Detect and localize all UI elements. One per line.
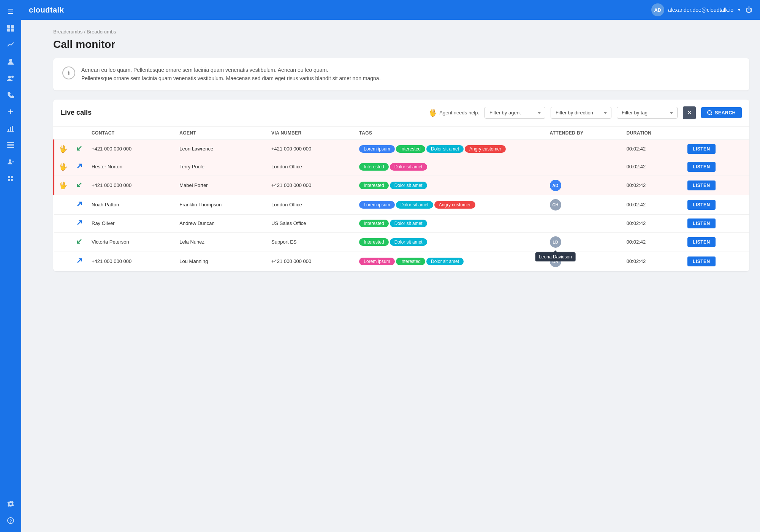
arrow-in-icon: [76, 182, 82, 188]
listen-button[interactable]: LISTEN: [687, 256, 716, 266]
duration-cell: 00:02:42: [622, 252, 683, 271]
attended-by-cell: LDLeona Davidson: [545, 232, 622, 252]
attended-by-cell: [545, 158, 622, 176]
tag: Dolor sit amet: [426, 258, 464, 265]
tag: Interested: [359, 163, 388, 171]
listen-button[interactable]: LISTEN: [687, 200, 716, 210]
action-cell: LISTEN: [683, 158, 749, 176]
alert-cell: 🖐: [54, 176, 72, 195]
topnav: cloudtalk AD alexander.doe@cloudtalk.io …: [21, 0, 760, 20]
tags-cell: Lorem ipsumInterestedDolor sit amet: [355, 252, 545, 271]
action-cell: LISTEN: [683, 140, 749, 158]
avatar-tooltip: Leona Davidson: [535, 252, 576, 261]
listen-button[interactable]: LISTEN: [687, 218, 716, 228]
direction-cell: [72, 232, 87, 252]
table-row: 🖐+421 000 000 000Mabel Porter+421 000 00…: [54, 176, 750, 195]
attended-by-cell: CH: [545, 195, 622, 214]
tag: Dolor sit amet: [390, 238, 427, 246]
via-number-cell: +421 000 000 000: [267, 252, 355, 271]
user-email: alexander.doe@cloudtalk.io: [668, 7, 733, 13]
tag: Dolor sit amet: [390, 220, 427, 227]
integrations-icon[interactable]: [4, 172, 17, 185]
filter-direction-select[interactable]: Filter by direction: [551, 107, 611, 119]
listen-button[interactable]: LISTEN: [687, 180, 716, 190]
table-row: Noah PattonFranklin ThompsonLondon Offic…: [54, 195, 750, 214]
duration-cell: 00:02:42: [622, 176, 683, 195]
reports-icon[interactable]: [4, 122, 17, 135]
app-logo: cloudtalk: [29, 6, 64, 14]
filter-agent-select[interactable]: Filter by agent: [484, 107, 545, 119]
table-row: Victoria PetersonLela NunezSupport ESInt…: [54, 232, 750, 252]
page-title: Call monitor: [53, 38, 749, 51]
tag: Interested: [396, 258, 425, 265]
tag: Interested: [359, 238, 388, 246]
svg-point-4: [9, 59, 12, 62]
contacts-icon[interactable]: [4, 55, 17, 68]
team-icon[interactable]: [4, 71, 17, 85]
menu-icon[interactable]: ☰: [4, 5, 17, 18]
tag: Lorem ipsum: [359, 145, 394, 153]
agent-cell: Mabel Porter: [175, 176, 267, 195]
direction-cell: [72, 140, 87, 158]
svg-rect-13: [7, 142, 14, 143]
clear-filters-button[interactable]: ✕: [683, 106, 696, 119]
avatar-wrap: AD: [550, 180, 561, 191]
search-icon: [707, 110, 712, 116]
close-icon[interactable]: [4, 105, 17, 119]
analytics-icon[interactable]: [4, 38, 17, 52]
tag: Dolor sit amet: [390, 163, 427, 171]
table-row: 🖐Hester NortonTerry PooleLondon OfficeIn…: [54, 158, 750, 176]
duration-cell: 00:02:42: [622, 195, 683, 214]
search-button[interactable]: SEARCH: [701, 107, 742, 118]
agent-alert-icon: 🖐: [59, 182, 67, 189]
action-cell: LISTEN: [683, 252, 749, 271]
tags-cell: Lorem ipsumInterestedDolor sit ametAngry…: [355, 140, 545, 158]
svg-rect-2: [7, 28, 10, 32]
contact-cell: +421 000 000 000: [87, 176, 175, 195]
listen-button[interactable]: LISTEN: [687, 144, 716, 154]
col-duration: DURATION: [622, 127, 683, 140]
tag: Angry customer: [465, 145, 506, 153]
svg-line-24: [711, 114, 712, 115]
listen-button[interactable]: LISTEN: [687, 162, 716, 172]
duration-cell: 00:02:42: [622, 140, 683, 158]
dashboard-icon[interactable]: [4, 21, 17, 35]
duration-cell: 00:02:42: [622, 158, 683, 176]
list-icon[interactable]: [4, 138, 17, 152]
phone-icon[interactable]: [4, 88, 17, 102]
via-number-cell: +421 000 000 000: [267, 176, 355, 195]
agent-cell: Lela Nunez: [175, 232, 267, 252]
agent-cell: Andrew Duncan: [175, 214, 267, 232]
via-number-cell: London Office: [267, 195, 355, 214]
tag: Interested: [359, 182, 388, 189]
table-row: 🖐+421 000 000 000Leon Lawrence+421 000 0…: [54, 140, 750, 158]
arrow-out-icon: [76, 163, 82, 169]
listen-button[interactable]: LISTEN: [687, 237, 716, 247]
via-number-cell: Support ES: [267, 232, 355, 252]
via-number-cell: +421 000 000 000: [267, 140, 355, 158]
tags-cell: InterestedDolor sit amet: [355, 176, 545, 195]
via-number-cell: London Office: [267, 158, 355, 176]
tags-cell: InterestedDolor sit amet: [355, 232, 545, 252]
arrow-out-icon: [76, 201, 82, 207]
help-icon[interactable]: ?: [4, 514, 17, 527]
settings-icon[interactable]: [4, 497, 17, 511]
contacts2-icon[interactable]: [4, 155, 17, 169]
chevron-down-icon: ▾: [738, 7, 740, 13]
svg-rect-19: [8, 179, 10, 181]
svg-rect-3: [11, 28, 14, 32]
svg-point-23: [708, 111, 711, 114]
user-menu[interactable]: AD alexander.doe@cloudtalk.io ▾: [651, 3, 740, 16]
agent-help: 🖐 Agent needs help.: [429, 109, 479, 117]
direction-cell: [72, 252, 87, 271]
svg-rect-20: [11, 179, 13, 181]
via-number-cell: US Sales Office: [267, 214, 355, 232]
power-icon[interactable]: ⏻: [746, 6, 752, 14]
col-tags: TAGS: [355, 127, 545, 140]
svg-rect-0: [7, 25, 10, 28]
col-direction: [72, 127, 87, 140]
calls-table: CONTACT AGENT VIA NUMBER TAGS ATTENDED B…: [53, 127, 749, 271]
col-via-number: VIA NUMBER: [267, 127, 355, 140]
filter-tag-select[interactable]: Filter by tag: [617, 107, 678, 119]
tag: Lorem ipsum: [359, 258, 394, 265]
